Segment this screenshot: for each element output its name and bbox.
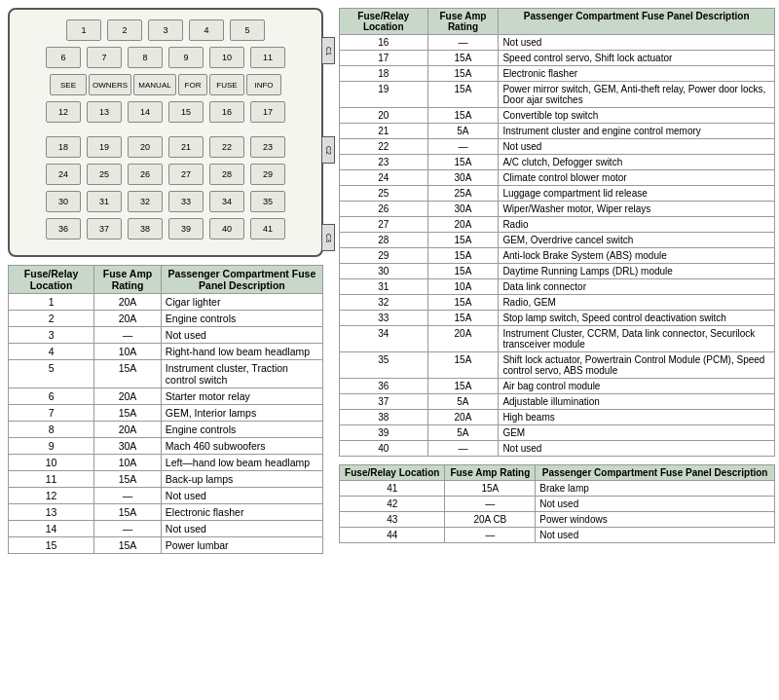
fuse-26: 26 (128, 164, 163, 185)
right1-cell-3-0: 19 (340, 82, 428, 108)
fuse-19: 19 (87, 136, 122, 158)
right-table-2-row: 4320A CBPower windows (340, 512, 775, 528)
right1-cell-18-2: Instrument Cluster, CCRM, Data link conn… (499, 326, 775, 352)
label-info: INFO (246, 74, 281, 95)
fuse-29: 29 (250, 164, 285, 185)
right1-cell-15-1: 10A (427, 279, 499, 295)
right1-cell-15-0: 31 (340, 279, 428, 295)
right2-cell-1-0: 42 (340, 497, 445, 512)
left-table-header-amp: Fuse Amp Rating (94, 266, 162, 294)
right2-cell-2-1: 20A CB (445, 512, 536, 528)
right1-cell-10-2: Wiper/Washer motor, Wiper relays (499, 202, 775, 217)
right1-cell-13-2: Anti-lock Brake System (ABS) module (499, 248, 775, 264)
fuse-24: 24 (46, 164, 81, 185)
left-cell-0-0: 1 (9, 294, 94, 311)
right1-cell-1-2: Speed control servo, Shift lock actuator (499, 51, 775, 66)
left-cell-14-0: 15 (9, 537, 94, 554)
fuse-row-6: 24 25 26 27 28 29 (21, 164, 310, 185)
right1-cell-2-1: 15A (427, 66, 499, 82)
right-table-1-row: 3615AAir bag control module (340, 379, 775, 394)
right-table-2-row: 44—Not used (340, 528, 775, 543)
right1-cell-21-1: 5A (427, 394, 499, 410)
right-table2-header-amp: Fuse Amp Rating (445, 465, 536, 481)
right-table-1-row: 3420AInstrument Cluster, CCRM, Data link… (340, 326, 775, 352)
left-cell-9-0: 10 (9, 455, 94, 471)
right2-cell-2-2: Power windows (536, 512, 775, 528)
right1-cell-7-2: A/C clutch, Defogger switch (499, 155, 775, 170)
right1-cell-9-2: Luggage compartment lid release (499, 186, 775, 202)
left-cell-10-1: 15A (94, 471, 162, 488)
left-cell-3-1: 10A (94, 344, 162, 360)
left-cell-5-2: Starter motor relay (161, 388, 322, 405)
fuse-17: 17 (250, 101, 285, 123)
fuse-1: 1 (66, 19, 101, 41)
left-cell-3-2: Right-hand low beam headlamp (161, 344, 322, 360)
left-table-row: 220AEngine controls (9, 311, 323, 327)
fuse-39: 39 (168, 218, 204, 239)
left-table-row: 14—Not used (9, 521, 323, 537)
left-cell-8-0: 9 (9, 438, 94, 455)
left-table-row: 620AStarter motor relay (9, 388, 323, 405)
right-table-1-row: 2815AGEM, Overdrive cancel switch (340, 233, 775, 248)
fuse-6: 6 (46, 47, 81, 68)
right-table-1-row: 2430AClimate control blower motor (340, 170, 775, 186)
left-cell-7-1: 20A (94, 422, 162, 438)
right1-cell-18-1: 20A (427, 326, 499, 352)
right1-cell-17-1: 15A (427, 311, 499, 326)
left-cell-2-2: Not used (161, 327, 322, 344)
right-table-1-row: 215AInstrument cluster and engine contro… (340, 124, 775, 139)
right1-cell-9-0: 25 (340, 186, 428, 202)
right1-cell-12-1: 15A (427, 233, 499, 248)
right2-cell-0-2: Brake lamp (536, 481, 775, 497)
right1-cell-14-2: Daytime Running Lamps (DRL) module (499, 264, 775, 279)
right1-cell-19-2: Shift lock actuator, Powertrain Control … (499, 352, 775, 379)
right1-cell-11-1: 20A (427, 217, 499, 233)
fuse-row-2: 6 7 8 9 10 11 (21, 47, 310, 68)
right1-cell-20-2: Air bag control module (499, 379, 775, 394)
right-table-1-row: 1815AElectronic flasher (340, 66, 775, 82)
fuse-row-1: 1 2 3 4 5 (21, 19, 310, 41)
right1-cell-23-0: 39 (340, 425, 428, 441)
fuse-16: 16 (209, 101, 244, 123)
right1-cell-0-1: — (427, 35, 499, 51)
right1-cell-5-0: 21 (340, 124, 428, 139)
left-cell-1-1: 20A (94, 311, 162, 327)
right-table-2-row: 42—Not used (340, 497, 775, 512)
connector-c1: C1 (321, 37, 335, 64)
left-cell-1-2: Engine controls (161, 311, 322, 327)
right-table-header-desc: Passenger Compartment Fuse Panel Descrip… (499, 9, 775, 35)
fuse-10: 10 (209, 47, 244, 68)
right-table-1-row: 2525ALuggage compartment lid release (340, 186, 775, 202)
left-cell-6-2: GEM, Interior lamps (161, 405, 322, 422)
left-panel: 1 2 3 4 5 6 7 8 9 10 11 SEE OWNERS MANUA… (0, 0, 331, 700)
label-manual: MANUAL (133, 74, 176, 95)
left-cell-11-2: Not used (161, 488, 322, 504)
fuse-label-row: SEE OWNERS MANUAL FOR FUSE INFO (21, 74, 310, 95)
fuse-2: 2 (107, 19, 142, 41)
right1-cell-17-2: Stop lamp switch, Speed control deactiva… (499, 311, 775, 326)
fuse-row-8: 36 37 38 39 40 41 (21, 218, 310, 239)
left-cell-9-2: Left—hand low beam headlamp (161, 455, 322, 471)
fuse-15: 15 (168, 101, 204, 123)
left-table-row: 930AMach 460 subwoofers (9, 438, 323, 455)
right-table-header-location: Fuse/Relay Location (340, 9, 428, 35)
left-cell-5-1: 20A (94, 388, 162, 405)
fuse-38: 38 (128, 218, 163, 239)
fuse-9: 9 (168, 47, 204, 68)
fuse-12: 12 (46, 101, 81, 123)
left-cell-5-0: 6 (9, 388, 94, 405)
right-table-1-row: 1915APower mirror switch, GEM, Anti-thef… (340, 82, 775, 108)
fuse-13: 13 (87, 101, 122, 123)
left-cell-11-1: — (94, 488, 162, 504)
right1-cell-13-0: 29 (340, 248, 428, 264)
fuse-20: 20 (128, 136, 163, 158)
fuse-row-4: 12 13 14 15 16 17 (21, 101, 310, 123)
right1-cell-3-2: Power mirror switch, GEM, Anti-theft rel… (499, 82, 775, 108)
right-table-1-row: 2630AWiper/Washer motor, Wiper relays (340, 202, 775, 217)
label-fuse: FUSE (209, 74, 244, 95)
fuse-36: 36 (46, 218, 81, 239)
right-panel: Fuse/Relay Location Fuse Amp Rating Pass… (331, 0, 779, 700)
label-owners: OWNERS (89, 74, 131, 95)
right1-cell-24-0: 40 (340, 441, 428, 457)
left-cell-6-0: 7 (9, 405, 94, 422)
